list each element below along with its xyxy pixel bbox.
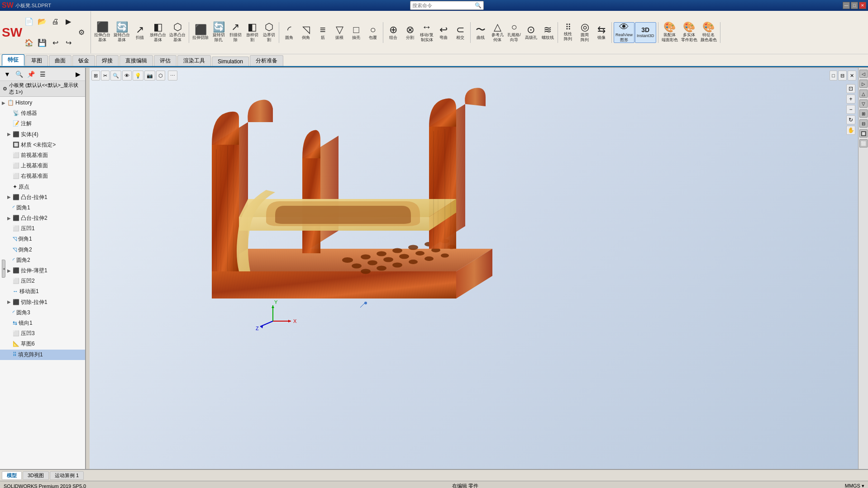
shell-button[interactable]: □抽壳 [348, 22, 364, 43]
tree-item-top-plane[interactable]: ⬜ 上视基准面 [0, 161, 85, 171]
view-more-button[interactable]: ⋯ [168, 71, 177, 81]
circular-pattern-button[interactable]: ◎圆周阵列 [577, 22, 593, 43]
tab-analysis[interactable]: 分析准备 [250, 55, 283, 66]
viewport-restore-button[interactable]: ⊟ [838, 71, 847, 81]
rp-btn-7[interactable]: 🔲 [859, 129, 868, 137]
fm-arrow-icon[interactable]: ▶ [72, 69, 83, 80]
fm-search-icon[interactable]: 🔍 [14, 69, 24, 80]
flex-button[interactable]: ↩弯曲 [435, 22, 452, 43]
tree-item-indent2[interactable]: ⬜ 压凹2 [0, 276, 85, 286]
fillet-button[interactable]: ◜圆角 [281, 22, 297, 43]
linear-pattern-button[interactable]: ⠿线性阵列 [560, 22, 576, 43]
home-button[interactable]: 🏠 [23, 33, 35, 53]
options-button[interactable]: ⚙ [75, 22, 88, 43]
rp-btn-8[interactable]: ⬜ [859, 139, 868, 147]
run-button[interactable]: ▶ [62, 11, 75, 32]
mirror-button[interactable]: ⇆镜像 [593, 22, 610, 43]
rp-btn-1[interactable]: ◁ [859, 70, 868, 78]
collapse-handle[interactable]: ◂ [2, 260, 5, 278]
rt-rotate[interactable]: ↻ [846, 115, 855, 124]
advanced-hole-button[interactable]: ⊙高级孔 [523, 22, 539, 43]
hole-wizard-button[interactable]: ○孔规格/向导 [506, 22, 522, 43]
intersect-button[interactable]: ⊂相交 [452, 22, 468, 43]
tab-render[interactable]: 渲染工具 [177, 55, 211, 66]
revolve-boss-button[interactable]: 🔄旋转凸台基体 [112, 22, 131, 43]
rp-btn-5[interactable]: ⊞ [859, 109, 868, 118]
tab-evaluate[interactable]: 评估 [154, 55, 176, 66]
boundary-cut-button[interactable]: ⬡边界切割 [261, 22, 277, 43]
view-section-button[interactable]: ✂ [101, 71, 110, 81]
fm-expand-icon[interactable]: ☰ [37, 69, 48, 80]
tree-item-history[interactable]: ▶ 📋 History [0, 98, 85, 108]
tree-item-fillet2[interactable]: ◜ 圆角2 [0, 255, 85, 265]
view-zoom-button[interactable]: 🔍 [110, 71, 121, 81]
rt-zoom-fit[interactable]: ⊡ [846, 84, 855, 93]
close-button[interactable]: ✕ [859, 2, 866, 9]
chamfer-button[interactable]: ◹倒角 [298, 22, 314, 43]
draft-button[interactable]: ▽拔模 [331, 22, 348, 43]
tab-sketch[interactable]: 草图 [25, 55, 48, 66]
search-box[interactable]: 🔍 [410, 1, 484, 10]
rp-btn-6[interactable]: ⊟ [859, 119, 868, 128]
move-copy-button[interactable]: ↔移动/复制实体 [419, 22, 435, 43]
tree-item-mirror1[interactable]: ⇆ 镜向1 [0, 318, 85, 328]
split-button[interactable]: ⊗分割 [402, 22, 418, 43]
tree-item-fill-pattern1[interactable]: ⠿ 填充阵列1 [0, 350, 85, 360]
tab-features[interactable]: 特征 [2, 54, 24, 66]
tree-item-sensors[interactable]: 📡 传感器 [0, 108, 85, 118]
save-button[interactable]: 💾 [36, 33, 48, 53]
tab-weldment[interactable]: 焊接 [96, 55, 119, 66]
viewport-close-button[interactable]: ✕ [848, 71, 856, 81]
tree-item-extrude2[interactable]: ▶ ⬛ 凸台-拉伸2 [0, 213, 85, 223]
sweep-cut-button[interactable]: ↗扫描切除 [227, 22, 243, 43]
rp-btn-4[interactable]: ▽ [859, 99, 868, 108]
rp-btn-3[interactable]: △ [859, 90, 868, 98]
window-controls[interactable]: — □ ✕ [843, 2, 866, 9]
tree-item-chamfer2[interactable]: ◹ 倒角2 [0, 245, 85, 255]
view-camera-button[interactable]: 📷 [144, 71, 155, 81]
tree-item-sketch6[interactable]: 📐 草图6 [0, 339, 85, 349]
view-lights-button[interactable]: 💡 [133, 71, 143, 81]
sweep-button[interactable]: ↗扫描 [132, 22, 148, 43]
tree-item-thin-extrude1[interactable]: ▶ ⬛ 拉伸-薄壁1 [0, 265, 85, 276]
view-display-button[interactable]: 👁 [122, 71, 132, 81]
rib-button[interactable]: ≡筋 [315, 22, 331, 43]
undo-button[interactable]: ↩ [49, 33, 62, 53]
viewport-maximize-button[interactable]: □ [830, 71, 837, 81]
bottom-tab-model[interactable]: 模型 [2, 471, 22, 480]
boundary-boss-button[interactable]: ⬡边界凸台基体 [168, 22, 187, 43]
extrude-boss-button[interactable]: ⬛拉伸凸台基体 [93, 22, 112, 43]
combine-button[interactable]: ⊕组合 [385, 22, 401, 43]
print-button[interactable]: 🖨 [49, 11, 62, 32]
tab-sheet-metal[interactable]: 钣金 [72, 55, 95, 66]
tree-item-fillet1[interactable]: ◜ 圆角1 [0, 203, 85, 213]
curve-button[interactable]: 〜曲线 [472, 22, 489, 43]
tab-simulation[interactable]: Simulation [212, 57, 249, 66]
viewport[interactable]: ⊞ ✂ 🔍 👁 💡 📷 ⬡ ⋯ □ [90, 68, 858, 469]
realview-button[interactable]: 👁RealView图形 [614, 22, 634, 43]
maximize-button[interactable]: □ [851, 2, 858, 9]
fm-filter-icon[interactable]: ▼ [2, 69, 13, 80]
tab-surface[interactable]: 曲面 [49, 55, 72, 66]
tree-item-annotations[interactable]: 📝 注解 [0, 118, 85, 129]
fm-pin-icon[interactable]: 📌 [25, 69, 36, 80]
tree-item-chamfer1[interactable]: ◹ 倒角1 [0, 234, 85, 244]
tree-item-indent1[interactable]: ⬜ 压凹1 [0, 223, 85, 234]
tree-item-solid-bodies[interactable]: ▶ ⬛ 实体(4) [0, 129, 85, 140]
tree-item-origin[interactable]: ✦ 原点 [0, 182, 85, 192]
assembly-color-button[interactable]: 🎨装配体端面彩色 [660, 22, 679, 43]
status-right[interactable]: MMGS ▾ [845, 483, 864, 488]
tree-item-material[interactable]: 🔲 材质 <未指定> [0, 140, 85, 150]
tree-item-fillet3[interactable]: ◜ 圆角3 [0, 308, 85, 318]
revolve-cut-button[interactable]: 🔄旋转切除孔 [210, 22, 227, 43]
redo-button[interactable]: ↪ [62, 33, 75, 53]
open-button[interactable]: 📂 [36, 11, 48, 32]
multi-body-color-button[interactable]: 🎨多实体零件彩色 [680, 22, 699, 43]
rt-zoom-in[interactable]: + [846, 95, 855, 104]
rp-btn-2[interactable]: ▷ [859, 80, 868, 88]
loft-cut-button[interactable]: ◧放样切割 [244, 22, 260, 43]
tree-item-front-plane[interactable]: ⬜ 前视基准面 [0, 150, 85, 161]
rt-pan[interactable]: ✋ [846, 126, 855, 135]
feature-name-color-button[interactable]: 🎨特征名颜色着色 [699, 22, 718, 43]
search-input[interactable] [412, 3, 475, 8]
